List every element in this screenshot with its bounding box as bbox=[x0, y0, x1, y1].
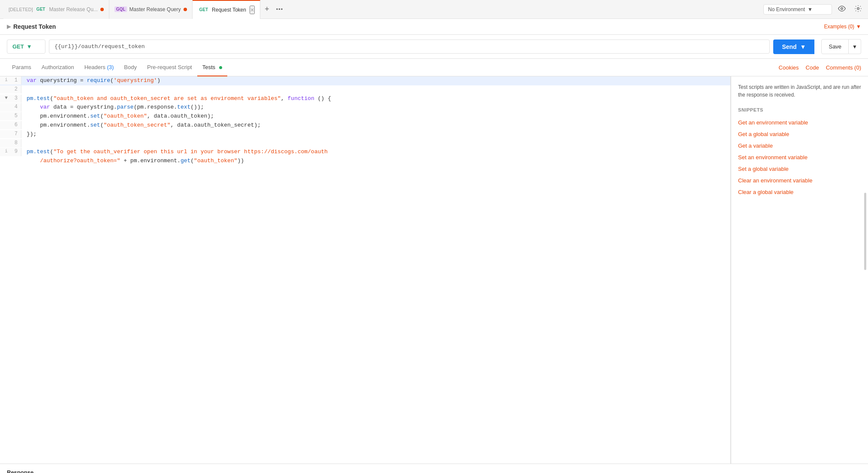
svg-point-0 bbox=[841, 7, 843, 9]
tab-nav-prerequest-label: Pre-request Script bbox=[147, 64, 192, 70]
tab-nav-authorization[interactable]: Authorization bbox=[36, 59, 79, 76]
line-content-1: var querystring = require('querystring') bbox=[21, 76, 730, 85]
tab-deleted-master[interactable]: [DELETED] GET Master Release Qu... bbox=[3, 0, 109, 19]
tab-master-query[interactable]: GQL Master Release Query bbox=[109, 0, 193, 19]
send-label: Send bbox=[782, 43, 796, 50]
line-content-3: pm.test("oauth_token and oauth_token_sec… bbox=[21, 94, 730, 103]
line-gutter-2: 2 bbox=[0, 85, 21, 94]
line-icon-9: i bbox=[3, 148, 9, 155]
request-title: Request Token bbox=[13, 23, 56, 30]
code-line-3: ▼ 3 pm.test("oauth_token and oauth_token… bbox=[0, 94, 730, 103]
line-num-5: 5 bbox=[9, 112, 18, 120]
response-label: Response bbox=[7, 469, 33, 473]
environment-label: No Environment bbox=[768, 6, 805, 12]
code-line-8: 8 bbox=[0, 139, 730, 148]
breadcrumb-chevron: ▶ bbox=[7, 24, 11, 30]
code-line-7: 7 }); bbox=[0, 130, 730, 139]
env-dropdown-icon: ▼ bbox=[808, 6, 813, 12]
tab-nav-authorization-label: Authorization bbox=[42, 64, 74, 70]
request-title-container: ▶ Request Token bbox=[7, 23, 56, 30]
tab1-title: Master Release Qu... bbox=[49, 6, 97, 12]
send-button-group: Send ▼ bbox=[773, 39, 814, 54]
tab-nav-right-links: Cookies Code Comments (0) bbox=[779, 64, 861, 71]
line-content-7: }); bbox=[21, 130, 730, 139]
line-gutter-8: 8 bbox=[0, 139, 21, 147]
code-line-9: i 9 pm.test("To get the oauth_verifier o… bbox=[0, 148, 730, 166]
tab-bar-right: No Environment ▼ bbox=[763, 2, 865, 17]
examples-label: Examples (0) bbox=[824, 24, 854, 30]
more-tabs-button[interactable]: ••• bbox=[274, 4, 286, 14]
graphql-badge: GQL bbox=[115, 6, 127, 12]
tab-nav-params[interactable]: Params bbox=[7, 59, 36, 76]
snippet-get-var[interactable]: Get a variable bbox=[738, 140, 861, 152]
line-content-2 bbox=[21, 85, 730, 94]
tab-close-button[interactable]: × bbox=[250, 6, 255, 14]
tab-nav-prerequest[interactable]: Pre-request Script bbox=[142, 59, 197, 76]
panel-collapse-button[interactable]: › bbox=[731, 262, 731, 278]
environment-dropdown[interactable]: No Environment ▼ bbox=[763, 4, 832, 15]
line-gutter-7: 7 bbox=[0, 130, 21, 138]
right-panel: › Test scripts are written in JavaScript… bbox=[731, 76, 868, 464]
add-tab-button[interactable]: + bbox=[262, 3, 272, 15]
tab-request-token[interactable]: GET Request Token × bbox=[193, 0, 261, 19]
save-dropdown-button[interactable]: ▼ bbox=[849, 39, 861, 54]
line-num-3: 3 bbox=[9, 94, 18, 103]
url-input[interactable] bbox=[49, 39, 770, 54]
line-content-5: pm.environment.set("oauth_token", data.o… bbox=[21, 112, 730, 121]
save-button-group: Save ▼ bbox=[821, 39, 861, 54]
code-link[interactable]: Code bbox=[806, 64, 819, 71]
line-num-1: 1 bbox=[9, 76, 18, 85]
snippet-get-global-var[interactable]: Get a global variable bbox=[738, 128, 861, 140]
code-editor[interactable]: i 1 var querystring = require('querystri… bbox=[0, 76, 731, 464]
method-dropdown[interactable]: GET ▼ bbox=[7, 39, 45, 54]
line-icon-1: i bbox=[3, 76, 9, 84]
tab-navigation: Params Authorization Headers (3) Body Pr… bbox=[0, 59, 868, 76]
tests-dot bbox=[219, 66, 222, 69]
deleted-label: [DELETED] bbox=[9, 7, 33, 12]
tab-nav-tests[interactable]: Tests bbox=[197, 59, 227, 76]
snippets-header: SNIPPETS bbox=[738, 107, 861, 112]
code-line-1: i 1 var querystring = require('querystri… bbox=[0, 76, 730, 85]
tab-nav-headers-label: Headers (3) bbox=[84, 64, 114, 70]
send-button[interactable]: Send ▼ bbox=[773, 39, 814, 54]
cookies-link[interactable]: Cookies bbox=[779, 64, 799, 71]
line-gutter-5: 5 bbox=[0, 112, 21, 120]
eye-icon-button[interactable] bbox=[835, 2, 848, 17]
tab2-title: Master Release Query bbox=[129, 6, 181, 12]
line-gutter-3: ▼ 3 bbox=[0, 94, 21, 103]
request-header: ▶ Request Token Examples (0) ▼ bbox=[0, 19, 868, 35]
tab-nav-body-label: Body bbox=[124, 64, 137, 70]
tab-nav-headers[interactable]: Headers (3) bbox=[79, 59, 119, 76]
line-content-8 bbox=[21, 139, 730, 148]
snippet-clear-global-var[interactable]: Clear a global variable bbox=[738, 186, 861, 198]
tab-nav-body[interactable]: Body bbox=[119, 59, 142, 76]
settings-icon-button[interactable] bbox=[852, 2, 865, 17]
line-num-8: 8 bbox=[9, 139, 18, 147]
method-badge-tab1: GET bbox=[35, 6, 47, 12]
snippet-set-global-var[interactable]: Set a global variable bbox=[738, 163, 861, 175]
svg-point-1 bbox=[857, 7, 859, 9]
method-dropdown-arrow: ▼ bbox=[27, 43, 32, 50]
snippet-get-env-var[interactable]: Get an environment variable bbox=[738, 117, 861, 128]
snippet-set-env-var[interactable]: Set an environment variable bbox=[738, 152, 861, 163]
comments-link[interactable]: Comments (0) bbox=[826, 64, 861, 71]
tab1-dot bbox=[100, 8, 104, 11]
code-line-6: 6 pm.environment.set("oauth_token_secret… bbox=[0, 121, 730, 130]
send-dropdown-arrow: ▼ bbox=[800, 43, 806, 50]
examples-link[interactable]: Examples (0) ▼ bbox=[824, 24, 861, 30]
line-num-2: 2 bbox=[9, 85, 18, 94]
tab2-dot bbox=[184, 8, 187, 11]
line-fold-3[interactable]: ▼ bbox=[3, 94, 9, 102]
tab-actions: + ••• bbox=[262, 3, 286, 15]
save-label: Save bbox=[829, 43, 841, 50]
scrollbar-thumb bbox=[864, 193, 866, 270]
line-num-9: 9 bbox=[9, 148, 18, 156]
code-line-2: 2 bbox=[0, 85, 730, 94]
save-button[interactable]: Save bbox=[821, 39, 849, 54]
line-content-6: pm.environment.set("oauth_token_secret",… bbox=[21, 121, 730, 130]
response-bar: Response bbox=[0, 464, 868, 473]
line-gutter-4: 4 bbox=[0, 103, 21, 111]
line-gutter-6: 6 bbox=[0, 121, 21, 129]
line-num-7: 7 bbox=[9, 130, 18, 138]
snippet-clear-env-var[interactable]: Clear an environment variable bbox=[738, 175, 861, 186]
